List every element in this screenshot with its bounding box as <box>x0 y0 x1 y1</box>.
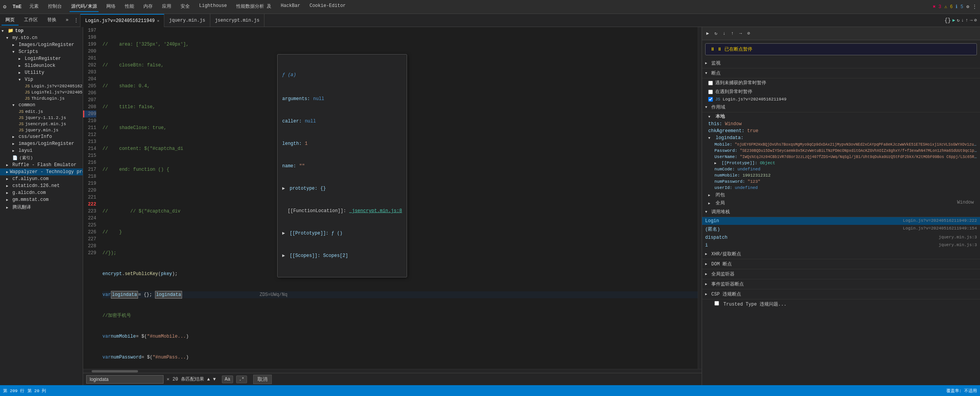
match-case-btn[interactable]: Aa <box>222 376 233 383</box>
more-icon[interactable]: ⋮ <box>972 4 977 10</box>
menu-elements[interactable]: 元素 <box>28 2 40 12</box>
tree-item-cstaticdn[interactable]: cstaticdn.126.net <box>0 182 83 189</box>
tree-item-slideunlock[interactable]: Slideunlock <box>0 62 83 69</box>
tab-webpage[interactable]: 网页 <box>2 15 19 25</box>
tab-overrides[interactable]: 替换 <box>43 15 60 25</box>
menu-application[interactable]: 应用 <box>160 2 173 12</box>
expand-icon[interactable]: ▶ <box>282 252 285 259</box>
settings-icon[interactable]: ⚙ <box>966 4 969 10</box>
tree-item-gmmmstat[interactable]: gm.mmstat.com <box>0 196 83 203</box>
tree-item-top[interactable]: 📁 top <box>0 27 83 34</box>
tab-workspace[interactable]: 工作区 <box>20 15 42 25</box>
menu-memory[interactable]: 内存 <box>142 2 154 12</box>
scrollbar-thumb[interactable] <box>92 370 138 372</box>
section-scope[interactable]: 作用域 <box>702 102 980 112</box>
scope-closure-label[interactable]: 闭包 <box>702 191 980 199</box>
menu-security[interactable]: 安全 <box>179 2 191 12</box>
regex-btn[interactable]: .* <box>236 376 247 383</box>
deactivate-icon[interactable]: ⊘ <box>974 17 977 23</box>
tree-item-jquerymin[interactable]: JS jquery.min.js <box>0 127 83 133</box>
tree-item-jsencryptmin[interactable]: JS jsencrypt.min.js <box>0 121 83 127</box>
tree-item-utility[interactable]: Utility <box>0 69 83 76</box>
call-stack-anon[interactable]: (匿名) Login.js?v=20240516211949:154 <box>702 225 980 234</box>
step-icon[interactable]: → <box>970 18 973 23</box>
tree-item-loginregister[interactable]: LoginRegister <box>0 55 83 62</box>
section-callstack[interactable]: 调用堆栈 <box>702 207 980 217</box>
menu-network[interactable]: 网络 <box>105 2 117 12</box>
breakpoint-file-item[interactable]: JS Login.js?v=20240516211949 <box>702 96 980 102</box>
section-xhr[interactable]: XHR/提取断点 <box>702 249 980 259</box>
format-icon[interactable]: {} <box>944 17 951 24</box>
tree-item-wappalyzer[interactable]: Wappalyzer - Technology prof... <box>0 168 83 175</box>
tree-item-loginteljs[interactable]: JS LoginTel.js?v=20240516 <box>0 89 83 95</box>
step-into-icon[interactable]: ↓ <box>961 18 964 23</box>
sidebar-menu-icon[interactable]: ⋮ <box>74 17 78 23</box>
tab-more[interactable]: » <box>62 16 72 25</box>
breakpoint-checkbox[interactable] <box>708 97 713 102</box>
search-input[interactable] <box>86 375 164 384</box>
step-btn[interactable]: → <box>738 30 743 37</box>
pause-caught-checkbox[interactable] <box>708 90 713 94</box>
scope-logindata-proto[interactable]: [[Prototype]]: Object <box>702 160 980 166</box>
tree-item-ruffle[interactable]: Ruffle - Flash Emulator <box>0 161 83 168</box>
tree-item-vip[interactable]: Vip <box>0 76 83 83</box>
close-icon[interactable]: ✕ <box>157 19 159 23</box>
tree-item-common[interactable]: common <box>0 102 83 109</box>
section-event-listeners[interactable]: 事件监听器断点 <box>702 279 980 289</box>
tree-item-cfaliyun[interactable]: cf.aliyun.com <box>0 175 83 182</box>
scope-global-label[interactable]: 全局 Window <box>702 199 980 207</box>
tree-item-index[interactable]: 📄 (索引) <box>0 154 83 161</box>
step-into-btn[interactable]: ↓ <box>721 30 726 37</box>
menu-sources[interactable]: 源代码/来源 <box>70 2 99 12</box>
tree-item-tencenttrans[interactable]: 腾讯翻译 <box>0 203 83 211</box>
menu-cookie-editor[interactable]: Cookie-Editor <box>308 2 348 12</box>
prev-result-icon[interactable]: ▲ <box>207 377 210 382</box>
section-csp[interactable]: CSP 违规断点 <box>702 289 980 299</box>
clear-search-icon[interactable]: ✕ <box>167 376 169 382</box>
horizontal-scrollbar[interactable] <box>83 369 702 373</box>
trusted-type-checkbox[interactable] <box>714 301 719 306</box>
step-out-icon[interactable]: ↑ <box>965 18 968 23</box>
tree-item-images2[interactable]: images/LoginRegister <box>0 140 83 147</box>
cancel-search-button[interactable]: 取消 <box>253 375 272 384</box>
play-icon[interactable]: ▶ <box>953 17 955 23</box>
next-result-icon[interactable]: ▼ <box>213 377 216 382</box>
local-scope-label[interactable]: 本地 <box>702 112 980 121</box>
tree-item-images[interactable]: Images/LoginRegister <box>0 41 83 48</box>
tooltip-prototype[interactable]: ▶ prototype: {} <box>282 185 402 192</box>
section-watch[interactable]: 监视 <box>702 58 980 68</box>
step-out-btn[interactable]: ↑ <box>730 30 735 37</box>
expand-icon[interactable]: ▶ <box>282 230 285 237</box>
resume-btn[interactable]: ▶ <box>705 29 710 37</box>
pause-uncaught-checkbox[interactable] <box>708 81 713 85</box>
section-breakpoints[interactable]: 断点 <box>702 68 980 78</box>
expand-icon[interactable]: ▶ <box>282 185 285 192</box>
tree-item-editjs[interactable]: JS edit.js <box>0 109 83 115</box>
tree-item-layui[interactable]: layui <box>0 147 83 154</box>
section-global-listeners[interactable]: 全局监听器 <box>702 269 980 279</box>
tree-item-galicdn[interactable]: g.alicdn.com <box>0 189 83 196</box>
code-content[interactable]: // area: ['325px', '240px'], // closeBtn… <box>99 27 698 369</box>
code-scroll[interactable]: 197 198 199 200 201 202 203 204 205 206 … <box>83 27 702 369</box>
pause-caught-cb[interactable]: 在遇到异常时暂停 <box>702 87 980 96</box>
call-stack-i[interactable]: i jquery.min.js:3 <box>702 241 980 249</box>
menu-performance[interactable]: 性能 <box>123 2 136 12</box>
tree-item-scripts[interactable]: Scripts <box>0 48 83 55</box>
function-location-link[interactable]: jsencrypt.min.js:8 <box>349 207 402 214</box>
file-tab-login[interactable]: Login.js?v=20240516211949 ✕ <box>80 14 164 27</box>
vertical-scrollbar[interactable] <box>698 27 702 369</box>
section-dom[interactable]: DOM 断点 <box>702 259 980 269</box>
tree-item-mysto[interactable]: my.sto.cn <box>0 34 83 41</box>
tree-item-loginjs[interactable]: JS Login.js?v=20240516211 <box>0 83 83 89</box>
tree-item-jquery111[interactable]: JS jquery-1.11.2.js <box>0 115 83 121</box>
tooltip-proto[interactable]: ▶ [[Prototype]]: ƒ () <box>282 230 402 237</box>
menu-console[interactable]: 控制台 <box>46 2 63 12</box>
tree-item-css[interactable]: css/userInfo <box>0 133 83 140</box>
step-over-btn[interactable]: ↻ <box>713 29 718 37</box>
step-over-icon[interactable]: ↻ <box>957 17 960 23</box>
menu-hackbar[interactable]: HackBar <box>279 2 302 12</box>
tree-item-thirdlogin[interactable]: JS ThirdLogin.js <box>0 95 83 102</box>
file-tab-jsencrypt[interactable]: jsencrypt.min.js <box>210 14 264 27</box>
deactivate-btn[interactable]: ⊘ <box>746 29 751 37</box>
menu-perf-data[interactable]: 性能数据分析 及 <box>235 2 273 12</box>
